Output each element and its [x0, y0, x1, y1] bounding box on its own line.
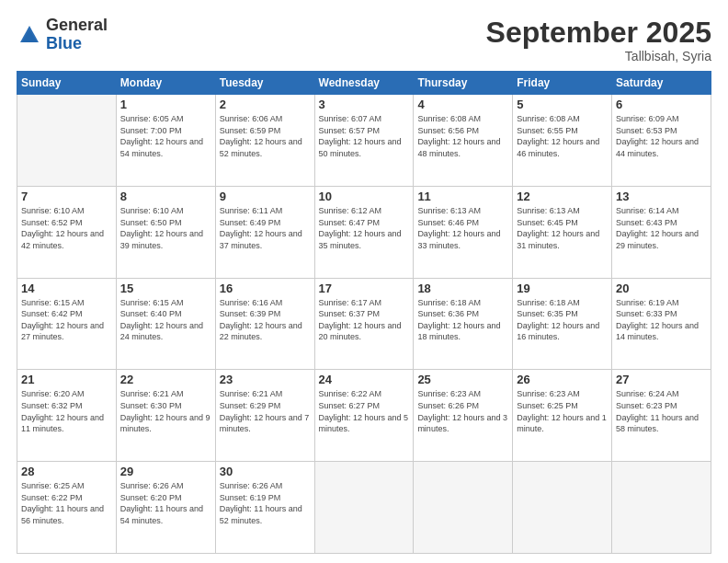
day-number: 7: [21, 190, 112, 203]
day-number: 2: [220, 98, 311, 111]
sunset-label: Sunset: 6:25 PM: [517, 401, 578, 410]
day-number: 11: [417, 190, 508, 203]
day-info: Sunrise: 6:13 AMSunset: 6:46 PMDaylight:…: [417, 205, 508, 251]
calendar-cell: 14Sunrise: 6:15 AMSunset: 6:42 PMDayligh…: [17, 278, 117, 370]
calendar-week-5: 28Sunrise: 6:25 AMSunset: 6:22 PMDayligh…: [17, 462, 711, 554]
day-info: Sunrise: 6:15 AMSunset: 6:40 PMDaylight:…: [120, 297, 211, 343]
calendar-cell: 16Sunrise: 6:16 AMSunset: 6:39 PMDayligh…: [215, 278, 314, 370]
sunrise-label: Sunrise: 6:08 AM: [517, 114, 580, 123]
day-number: 3: [319, 98, 410, 111]
day-number: 13: [616, 190, 707, 203]
day-info: Sunrise: 6:16 AMSunset: 6:39 PMDaylight:…: [220, 297, 311, 343]
day-number: 30: [220, 465, 311, 478]
sunrise-label: Sunrise: 6:24 AM: [616, 389, 679, 398]
calendar-cell: 3Sunrise: 6:07 AMSunset: 6:57 PMDaylight…: [314, 95, 414, 187]
calendar-week-1: 1Sunrise: 6:05 AMSunset: 7:00 PMDaylight…: [17, 95, 711, 187]
day-info: Sunrise: 6:13 AMSunset: 6:45 PMDaylight:…: [517, 205, 608, 251]
daylight-label: Daylight: 12 hours and 42 minutes.: [21, 229, 104, 250]
calendar-cell: 21Sunrise: 6:20 AMSunset: 6:32 PMDayligh…: [17, 370, 117, 462]
calendar-week-2: 7Sunrise: 6:10 AMSunset: 6:52 PMDaylight…: [17, 186, 711, 278]
sunset-label: Sunset: 6:23 PM: [616, 401, 677, 410]
day-info: Sunrise: 6:09 AMSunset: 6:53 PMDaylight:…: [616, 113, 707, 159]
sunset-label: Sunset: 6:35 PM: [517, 309, 578, 318]
day-number: 10: [319, 190, 410, 203]
calendar-week-3: 14Sunrise: 6:15 AMSunset: 6:42 PMDayligh…: [17, 278, 711, 370]
sunrise-label: Sunrise: 6:13 AM: [417, 206, 481, 215]
sunrise-label: Sunrise: 6:05 AM: [120, 114, 184, 123]
day-number: 27: [616, 373, 707, 386]
daylight-label: Daylight: 12 hours and 50 minutes.: [319, 137, 402, 158]
daylight-label: Daylight: 11 hours and 56 minutes.: [21, 504, 104, 525]
daylight-label: Daylight: 12 hours and 3 minutes.: [417, 413, 507, 434]
calendar-cell: [513, 462, 612, 554]
day-info: Sunrise: 6:25 AMSunset: 6:22 PMDaylight:…: [21, 480, 112, 526]
daylight-label: Daylight: 12 hours and 39 minutes.: [120, 229, 203, 250]
day-info: Sunrise: 6:08 AMSunset: 6:55 PMDaylight:…: [517, 113, 608, 159]
daylight-label: Daylight: 12 hours and 27 minutes.: [21, 321, 104, 342]
day-info: Sunrise: 6:21 AMSunset: 6:29 PMDaylight:…: [220, 388, 311, 434]
sunrise-label: Sunrise: 6:11 AM: [220, 206, 283, 215]
calendar-week-4: 21Sunrise: 6:20 AMSunset: 6:32 PMDayligh…: [17, 370, 711, 462]
day-number: 20: [616, 282, 707, 295]
calendar-cell: 28Sunrise: 6:25 AMSunset: 6:22 PMDayligh…: [17, 462, 117, 554]
sunrise-label: Sunrise: 6:26 AM: [220, 481, 283, 490]
sunrise-label: Sunrise: 6:13 AM: [517, 206, 580, 215]
calendar-cell: 1Sunrise: 6:05 AMSunset: 7:00 PMDaylight…: [116, 95, 215, 187]
day-info: Sunrise: 6:12 AMSunset: 6:47 PMDaylight:…: [319, 205, 410, 251]
calendar-cell: [414, 462, 513, 554]
daylight-label: Daylight: 12 hours and 33 minutes.: [417, 229, 500, 250]
sunset-label: Sunset: 6:22 PM: [21, 493, 83, 502]
logo-general: General: [46, 17, 108, 35]
sunset-label: Sunset: 6:33 PM: [616, 309, 677, 318]
day-number: 28: [21, 465, 112, 478]
day-number: 29: [120, 465, 211, 478]
calendar-cell: 24Sunrise: 6:22 AMSunset: 6:27 PMDayligh…: [314, 370, 414, 462]
daylight-label: Daylight: 12 hours and 18 minutes.: [417, 321, 500, 342]
day-number: 9: [220, 190, 311, 203]
sunset-label: Sunset: 6:57 PM: [319, 126, 381, 135]
day-info: Sunrise: 6:21 AMSunset: 6:30 PMDaylight:…: [120, 388, 211, 434]
calendar-cell: [612, 462, 711, 554]
calendar-cell: [17, 95, 117, 187]
sunset-label: Sunset: 6:53 PM: [616, 126, 677, 135]
daylight-label: Daylight: 11 hours and 52 minutes.: [220, 504, 302, 525]
col-tuesday: Tuesday: [215, 72, 314, 95]
calendar-cell: 4Sunrise: 6:08 AMSunset: 6:56 PMDaylight…: [414, 95, 513, 187]
calendar-cell: 30Sunrise: 6:26 AMSunset: 6:19 PMDayligh…: [215, 462, 314, 554]
day-number: 12: [517, 190, 608, 203]
sunset-label: Sunset: 6:45 PM: [517, 218, 578, 227]
day-info: Sunrise: 6:15 AMSunset: 6:42 PMDaylight:…: [21, 297, 112, 343]
col-monday: Monday: [116, 72, 215, 95]
sunrise-label: Sunrise: 6:17 AM: [319, 298, 382, 307]
daylight-label: Daylight: 12 hours and 24 minutes.: [120, 321, 203, 342]
sunset-label: Sunset: 6:27 PM: [319, 401, 381, 410]
daylight-label: Daylight: 12 hours and 52 minutes.: [220, 137, 302, 158]
sunrise-label: Sunrise: 6:23 AM: [417, 389, 481, 398]
sunrise-label: Sunrise: 6:22 AM: [319, 389, 382, 398]
day-number: 6: [616, 98, 707, 111]
daylight-label: Daylight: 11 hours and 58 minutes.: [616, 413, 699, 434]
day-info: Sunrise: 6:18 AMSunset: 6:36 PMDaylight:…: [417, 297, 508, 343]
sunrise-label: Sunrise: 6:08 AM: [417, 114, 481, 123]
sunset-label: Sunset: 6:36 PM: [417, 309, 479, 318]
calendar-cell: 13Sunrise: 6:14 AMSunset: 6:43 PMDayligh…: [612, 186, 711, 278]
sunrise-label: Sunrise: 6:26 AM: [120, 481, 184, 490]
sunset-label: Sunset: 6:59 PM: [220, 126, 281, 135]
day-info: Sunrise: 6:18 AMSunset: 6:35 PMDaylight:…: [517, 297, 608, 343]
day-number: 5: [517, 98, 608, 111]
daylight-label: Daylight: 12 hours and 5 minutes.: [319, 413, 409, 434]
col-wednesday: Wednesday: [314, 72, 414, 95]
day-number: 4: [417, 98, 508, 111]
calendar-cell: 18Sunrise: 6:18 AMSunset: 6:36 PMDayligh…: [414, 278, 513, 370]
col-friday: Friday: [513, 72, 612, 95]
day-info: Sunrise: 6:11 AMSunset: 6:49 PMDaylight:…: [220, 205, 311, 251]
calendar-header: Sunday Monday Tuesday Wednesday Thursday…: [17, 72, 711, 95]
sunrise-label: Sunrise: 6:23 AM: [517, 389, 580, 398]
sunset-label: Sunset: 6:26 PM: [417, 401, 479, 410]
daylight-label: Daylight: 12 hours and 11 minutes.: [21, 413, 104, 434]
sunset-label: Sunset: 6:50 PM: [120, 218, 182, 227]
sunrise-label: Sunrise: 6:15 AM: [21, 298, 85, 307]
sunset-label: Sunset: 7:00 PM: [120, 126, 182, 135]
sunrise-label: Sunrise: 6:06 AM: [220, 114, 283, 123]
calendar-cell: 25Sunrise: 6:23 AMSunset: 6:26 PMDayligh…: [414, 370, 513, 462]
